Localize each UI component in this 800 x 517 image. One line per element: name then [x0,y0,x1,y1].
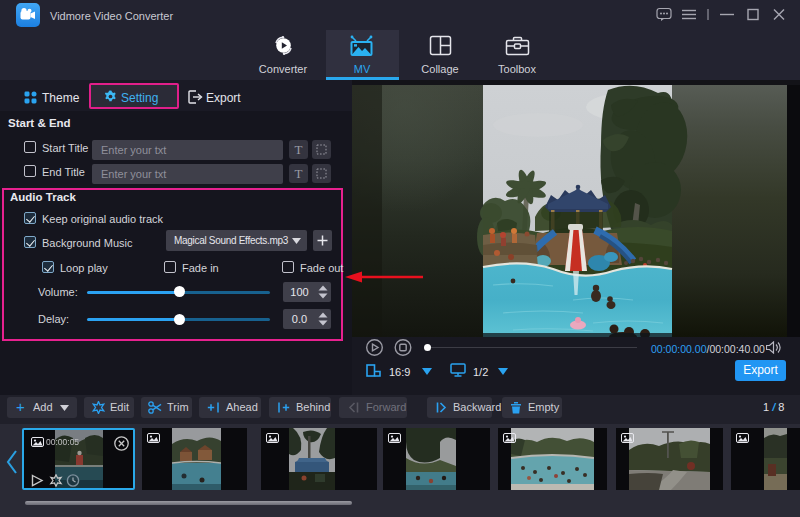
svg-text:00:00:05: 00:00:05 [46,437,79,447]
